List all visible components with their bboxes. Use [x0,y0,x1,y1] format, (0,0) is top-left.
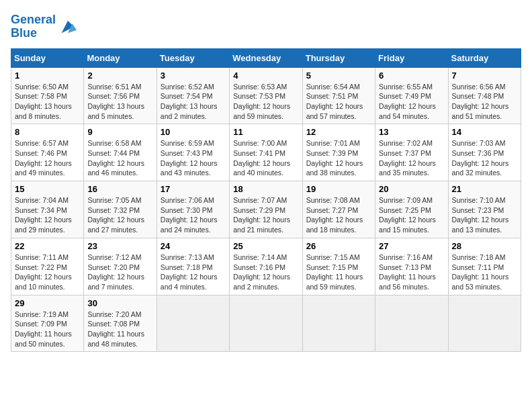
cell-info: Sunrise: 7:07 AM Sunset: 7:29 PM Dayligh… [233,195,298,235]
calendar-table: SundayMondayTuesdayWednesdayThursdayFrid… [11,48,521,353]
cell-date-number: 3 [161,71,226,81]
cell-info: Sunrise: 7:11 AM Sunset: 7:22 PM Dayligh… [15,253,80,292]
cell-info: Sunrise: 7:05 AM Sunset: 7:32 PM Dayligh… [87,195,152,235]
cell-date-number: 2 [87,71,152,81]
calendar-cell: 15Sunrise: 7:04 AM Sunset: 7:34 PM Dayli… [11,181,84,238]
calendar-week-5: 29Sunrise: 7:19 AM Sunset: 7:09 PM Dayli… [11,295,521,352]
calendar-cell: 3Sunrise: 6:52 AM Sunset: 7:54 PM Daylig… [157,67,229,124]
calendar-cell: 1Sunrise: 6:50 AM Sunset: 7:58 PM Daylig… [11,67,84,124]
calendar-cell: 22Sunrise: 7:11 AM Sunset: 7:22 PM Dayli… [11,238,84,295]
cell-info: Sunrise: 6:57 AM Sunset: 7:46 PM Dayligh… [15,138,80,178]
calendar-cell: 6Sunrise: 6:55 AM Sunset: 7:49 PM Daylig… [375,67,448,124]
logo-text: General [11,13,56,27]
calendar-cell: 4Sunrise: 6:53 AM Sunset: 7:53 PM Daylig… [230,67,302,124]
calendar-cell: 14Sunrise: 7:03 AM Sunset: 7:36 PM Dayli… [448,124,521,181]
logo: General Blue [11,13,77,40]
day-header-sunday: Sunday [11,48,84,67]
cell-info: Sunrise: 6:59 AM Sunset: 7:43 PM Dayligh… [161,138,226,178]
cell-info: Sunrise: 7:06 AM Sunset: 7:30 PM Dayligh… [161,195,226,235]
cell-info: Sunrise: 7:01 AM Sunset: 7:39 PM Dayligh… [306,138,371,178]
cell-date-number: 21 [452,184,517,194]
calendar-cell: 11Sunrise: 7:00 AM Sunset: 7:41 PM Dayli… [230,124,302,181]
cell-date-number: 11 [233,127,298,137]
cell-date-number: 29 [15,298,80,308]
calendar-cell [375,295,448,352]
cell-info: Sunrise: 7:14 AM Sunset: 7:16 PM Dayligh… [233,253,298,292]
cell-date-number: 15 [15,184,80,194]
calendar-cell [230,295,302,352]
cell-info: Sunrise: 7:00 AM Sunset: 7:41 PM Dayligh… [233,138,298,178]
cell-date-number: 24 [161,241,226,251]
cell-date-number: 12 [306,127,371,137]
day-header-thursday: Thursday [302,48,375,67]
calendar-cell: 29Sunrise: 7:19 AM Sunset: 7:09 PM Dayli… [11,295,84,352]
cell-info: Sunrise: 6:56 AM Sunset: 7:48 PM Dayligh… [452,82,517,122]
calendar-week-3: 15Sunrise: 7:04 AM Sunset: 7:34 PM Dayli… [11,181,521,238]
calendar-cell: 18Sunrise: 7:07 AM Sunset: 7:29 PM Dayli… [230,181,302,238]
cell-info: Sunrise: 7:10 AM Sunset: 7:23 PM Dayligh… [452,195,517,235]
cell-date-number: 17 [161,184,226,194]
cell-info: Sunrise: 6:53 AM Sunset: 7:53 PM Dayligh… [233,82,298,122]
calendar-cell: 17Sunrise: 7:06 AM Sunset: 7:30 PM Dayli… [157,181,229,238]
cell-date-number: 22 [15,241,80,251]
calendar-week-1: 1Sunrise: 6:50 AM Sunset: 7:58 PM Daylig… [11,67,521,124]
cell-date-number: 20 [379,184,444,194]
cell-date-number: 6 [379,71,444,81]
cell-date-number: 26 [306,241,371,251]
cell-date-number: 18 [233,184,298,194]
cell-date-number: 25 [233,241,298,251]
calendar-cell [302,295,375,352]
day-header-friday: Friday [375,48,448,67]
cell-info: Sunrise: 7:03 AM Sunset: 7:36 PM Dayligh… [452,138,517,178]
cell-info: Sunrise: 7:20 AM Sunset: 7:08 PM Dayligh… [87,310,152,349]
calendar-cell: 30Sunrise: 7:20 AM Sunset: 7:08 PM Dayli… [84,295,157,352]
calendar-cell: 28Sunrise: 7:18 AM Sunset: 7:11 PM Dayli… [448,238,521,295]
header: General Blue [11,11,521,40]
calendar-week-2: 8Sunrise: 6:57 AM Sunset: 7:46 PM Daylig… [11,124,521,181]
cell-info: Sunrise: 7:04 AM Sunset: 7:34 PM Dayligh… [15,195,80,235]
calendar-cell [157,295,229,352]
calendar-cell: 12Sunrise: 7:01 AM Sunset: 7:39 PM Dayli… [302,124,375,181]
cell-date-number: 23 [87,241,152,251]
calendar-cell: 5Sunrise: 6:54 AM Sunset: 7:51 PM Daylig… [302,67,375,124]
cell-date-number: 9 [87,127,152,137]
cell-date-number: 1 [15,71,80,81]
calendar-week-4: 22Sunrise: 7:11 AM Sunset: 7:22 PM Dayli… [11,238,521,295]
calendar-cell: 26Sunrise: 7:15 AM Sunset: 7:15 PM Dayli… [302,238,375,295]
cell-date-number: 14 [452,127,517,137]
cell-info: Sunrise: 6:58 AM Sunset: 7:44 PM Dayligh… [87,138,152,178]
cell-date-number: 13 [379,127,444,137]
day-header-wednesday: Wednesday [230,48,302,67]
calendar-cell: 21Sunrise: 7:10 AM Sunset: 7:23 PM Dayli… [448,181,521,238]
cell-info: Sunrise: 7:08 AM Sunset: 7:27 PM Dayligh… [306,195,371,235]
cell-date-number: 30 [87,298,152,308]
calendar-cell: 2Sunrise: 6:51 AM Sunset: 7:56 PM Daylig… [84,67,157,124]
cell-info: Sunrise: 7:18 AM Sunset: 7:11 PM Dayligh… [452,253,517,292]
calendar-cell: 10Sunrise: 6:59 AM Sunset: 7:43 PM Dayli… [157,124,229,181]
cell-date-number: 8 [15,127,80,137]
calendar-header: SundayMondayTuesdayWednesdayThursdayFrid… [11,48,521,67]
cell-info: Sunrise: 6:55 AM Sunset: 7:49 PM Dayligh… [379,82,444,122]
calendar-cell: 9Sunrise: 6:58 AM Sunset: 7:44 PM Daylig… [84,124,157,181]
cell-info: Sunrise: 7:16 AM Sunset: 7:13 PM Dayligh… [379,253,444,292]
cell-info: Sunrise: 7:15 AM Sunset: 7:15 PM Dayligh… [306,253,371,292]
cell-info: Sunrise: 7:09 AM Sunset: 7:25 PM Dayligh… [379,195,444,235]
day-header-monday: Monday [84,48,157,67]
cell-date-number: 19 [306,184,371,194]
calendar-cell [448,295,521,352]
cell-date-number: 27 [379,241,444,251]
logo-icon [58,17,77,36]
calendar-cell: 25Sunrise: 7:14 AM Sunset: 7:16 PM Dayli… [230,238,302,295]
calendar-cell: 13Sunrise: 7:02 AM Sunset: 7:37 PM Dayli… [375,124,448,181]
cell-info: Sunrise: 7:02 AM Sunset: 7:37 PM Dayligh… [379,138,444,178]
cell-info: Sunrise: 6:51 AM Sunset: 7:56 PM Dayligh… [87,82,152,122]
logo-text2: Blue [11,27,56,40]
cell-info: Sunrise: 6:52 AM Sunset: 7:54 PM Dayligh… [161,82,226,122]
cell-info: Sunrise: 7:19 AM Sunset: 7:09 PM Dayligh… [15,310,80,349]
cell-info: Sunrise: 7:13 AM Sunset: 7:18 PM Dayligh… [161,253,226,292]
cell-date-number: 7 [452,71,517,81]
cell-date-number: 28 [452,241,517,251]
cell-date-number: 5 [306,71,371,81]
calendar-cell: 7Sunrise: 6:56 AM Sunset: 7:48 PM Daylig… [448,67,521,124]
calendar-cell: 16Sunrise: 7:05 AM Sunset: 7:32 PM Dayli… [84,181,157,238]
